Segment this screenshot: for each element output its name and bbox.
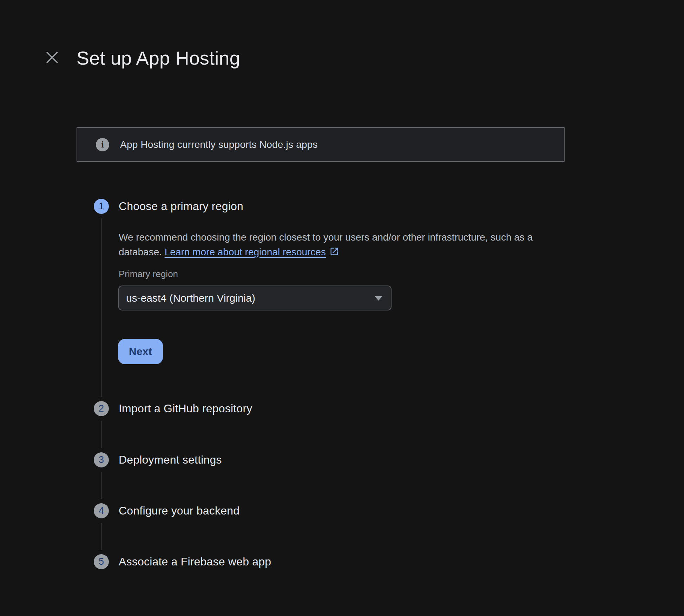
page-title: Set up App Hosting xyxy=(77,47,240,69)
close-button[interactable] xyxy=(41,47,63,68)
primary-region-select[interactable]: us-east4 (Northern Virginia) xyxy=(118,286,392,310)
next-button[interactable]: Next xyxy=(118,339,163,364)
step-5-indicator: 5 xyxy=(94,554,109,569)
stepper-connector xyxy=(101,523,101,550)
description-line-2: database. xyxy=(119,247,165,257)
external-link-icon xyxy=(329,246,339,261)
step-1-indicator: 1 xyxy=(94,199,109,214)
stepper-connector xyxy=(101,421,101,448)
close-icon xyxy=(46,51,59,64)
learn-more-link[interactable]: Learn more about regional resources xyxy=(165,247,339,257)
step-4-title: Configure your backend xyxy=(119,503,239,518)
description-line-1: We recommend choosing the region closest… xyxy=(119,232,533,243)
chevron-down-icon xyxy=(375,296,382,301)
step-5-title: Associate a Firebase web app xyxy=(119,554,271,569)
stepper-connector xyxy=(101,472,101,499)
step-3-indicator: 3 xyxy=(94,452,109,467)
step-1-description: We recommend choosing the region closest… xyxy=(119,230,533,261)
stepper-connector xyxy=(101,218,101,397)
info-icon: i xyxy=(96,138,109,151)
step-1-title: Choose a primary region xyxy=(119,199,243,214)
step-3-title: Deployment settings xyxy=(119,452,222,467)
info-banner-text: App Hosting currently supports Node.js a… xyxy=(120,139,318,150)
step-2-title: Import a GitHub repository xyxy=(119,401,252,416)
info-banner: i App Hosting currently supports Node.js… xyxy=(77,127,565,162)
primary-region-label: Primary region xyxy=(119,269,178,280)
step-4-indicator: 4 xyxy=(94,503,109,518)
primary-region-value: us-east4 (Northern Virginia) xyxy=(126,292,255,304)
step-2-indicator: 2 xyxy=(94,401,109,416)
